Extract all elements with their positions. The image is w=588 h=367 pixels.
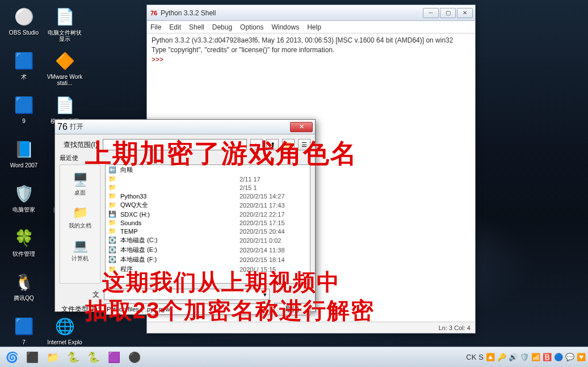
menu-item[interactable]: Windows <box>271 23 299 31</box>
desktop-icon[interactable]: 🟦术 <box>5 49 43 92</box>
icon-label: 电脑文件树状显示 <box>47 29 83 42</box>
dialog-titlebar[interactable]: 76 打开 ✕ <box>55 120 315 134</box>
tray-icon[interactable]: 🔊 <box>509 353 518 361</box>
file-icon: 💽 <box>108 256 117 263</box>
file-list[interactable]: ⬅️向顺📁2/11 17📁2/15 1📁Python332020/2/15 14… <box>105 164 310 284</box>
taskbar-app[interactable]: 📁 <box>43 349 62 365</box>
file-icon: 📁 <box>108 175 117 183</box>
place-item[interactable]: 📁我的文档 <box>60 200 100 233</box>
shell-prompt: >>> <box>152 56 165 64</box>
app-icon: 🍀 <box>12 226 36 250</box>
tray-icon[interactable]: CK <box>466 353 476 361</box>
file-date: 2020/2/15 14:27 <box>240 193 308 200</box>
file-date: 2020/2/15 17:15 <box>240 220 308 226</box>
tray-icon[interactable]: 🛡️ <box>520 353 529 361</box>
taskbar-app[interactable]: 🐍 <box>84 349 103 365</box>
tray-icon[interactable]: 💬 <box>565 353 574 361</box>
file-name: SDXC (H:) <box>120 211 236 218</box>
file-icon: 💽 <box>108 246 117 254</box>
tray-icon[interactable]: S <box>478 353 484 361</box>
file-icon: 💽 <box>108 237 117 244</box>
menu-item[interactable]: Edit <box>169 23 181 31</box>
desktop-icon[interactable]: 📘Word 2007 <box>5 137 43 180</box>
app-icon: 🐧 <box>12 270 36 294</box>
menu-item[interactable]: Shell <box>189 23 204 31</box>
file-date: 2020/2/11 0:02 <box>240 237 308 244</box>
file-date: 2020/2/15 18:14 <box>240 256 308 263</box>
taskbar-app[interactable]: ⬛ <box>23 349 42 365</box>
file-row[interactable]: 📁Python332020/2/15 14:27 <box>106 192 310 200</box>
tray-icon[interactable]: 📶 <box>531 353 540 361</box>
file-icon: 📁 <box>108 201 117 209</box>
file-date: 2020/2/14 11:38 <box>240 247 308 254</box>
file-row[interactable]: 💽本地磁盘 (F:)2020/2/15 18:14 <box>106 255 310 264</box>
shell-line-1: Python 3.3.2 (v3.3.2:d047928ae3f6, May 1… <box>152 36 453 44</box>
file-name: QWQ大全 <box>120 201 236 209</box>
app-icon: 📄 <box>53 5 77 28</box>
place-item[interactable]: 💻计算机 <box>60 233 100 266</box>
place-label: 计算机 <box>72 255 89 263</box>
file-date: 2020/2/15 20:44 <box>240 228 308 235</box>
desktop-icon[interactable]: 📄电脑文件树状显示 <box>45 5 84 48</box>
menu-item[interactable]: Debug <box>212 23 232 31</box>
place-icon: 📁 <box>71 204 89 222</box>
file-name: TEMP <box>120 228 236 235</box>
file-name: Sounds <box>120 220 236 226</box>
python-titlebar[interactable]: 76 Python 3.3.2 Shell ─ ▢ ✕ <box>147 5 475 21</box>
minimize-button[interactable]: ─ <box>423 8 439 18</box>
file-name: 本地磁盘 (E:) <box>120 246 236 254</box>
app-icon: 🔶 <box>53 49 77 73</box>
desktop-icon[interactable]: 🟦9 <box>5 93 43 136</box>
maximize-button[interactable]: ▢ <box>440 8 456 18</box>
app-icon: 🟦 <box>12 49 36 73</box>
dialog-icon: 76 <box>57 122 68 132</box>
desktop-icon[interactable]: 🐧腾讯QQ <box>5 270 43 313</box>
file-row[interactable]: 💽本地磁盘 (C:)2020/2/11 0:02 <box>106 235 310 245</box>
menu-item[interactable]: Help <box>307 23 321 31</box>
taskbar-app[interactable]: ⚫ <box>125 349 144 365</box>
file-name: Python33 <box>120 193 236 200</box>
desktop-icon[interactable]: 🍀软件管理 <box>5 226 43 269</box>
app-icon: 📘 <box>12 137 36 161</box>
file-date: 2020/2/11 17:43 <box>240 202 308 209</box>
taskbar-app[interactable]: 🟪 <box>104 349 124 365</box>
taskbar-app[interactable]: 🐍 <box>64 349 83 365</box>
tray-icon[interactable]: 🔵 <box>554 353 563 361</box>
file-row[interactable]: 💽本地磁盘 (E:)2020/2/14 11:38 <box>106 245 310 255</box>
dialog-close-button[interactable]: ✕ <box>290 122 313 132</box>
menu-item[interactable]: Options <box>240 23 263 31</box>
taskbar-app[interactable]: 🌀 <box>2 349 22 365</box>
file-row[interactable]: 💾SDXC (H:)2020/2/12 22:17 <box>106 210 310 218</box>
file-row[interactable]: 📁TEMP2020/2/15 20:44 <box>106 227 310 235</box>
file-row[interactable]: 📁Sounds2020/2/15 17:15 <box>106 218 310 227</box>
file-row[interactable]: 📁2/11 17 <box>106 175 310 183</box>
icon-label: 9 <box>22 118 26 124</box>
place-icon: 💻 <box>71 237 89 255</box>
python-menubar[interactable]: FileEditShellDebugOptionsWindowsHelp <box>147 21 475 33</box>
python-title: Python 3.3.2 Shell <box>161 9 423 17</box>
taskbar[interactable]: 🌀⬛📁🐍🐍🟪⚫ CKS🔼🔑🔊🛡️📶🅱️🔵💬🔽 <box>0 347 588 367</box>
icon-label: VMware Workstati... <box>47 74 83 86</box>
place-label: 桌面 <box>74 189 86 197</box>
icon-label: 电脑管家 <box>12 206 35 213</box>
place-item[interactable]: 🖥️桌面 <box>60 167 100 200</box>
menu-item[interactable]: File <box>150 23 161 31</box>
file-row[interactable]: 📁2/15 1 <box>106 183 310 192</box>
tray-icon[interactable]: 🅱️ <box>543 353 552 361</box>
tray-icon[interactable]: 🔽 <box>577 353 586 361</box>
tray-icon[interactable]: 🔑 <box>497 353 506 361</box>
place-label: 我的文档 <box>69 222 91 230</box>
icon-label: 软件管理 <box>12 251 35 257</box>
close-button[interactable]: ✕ <box>457 8 473 18</box>
file-row[interactable]: 📁QWQ大全2020/2/11 17:43 <box>106 200 310 210</box>
tray-icon[interactable]: 🔼 <box>486 353 495 361</box>
icon-label: 术 <box>21 74 27 80</box>
file-name: 本地磁盘 (C:) <box>120 236 236 244</box>
desktop-icon[interactable]: 🛡️电脑管家 <box>5 182 43 225</box>
desktop-icon[interactable]: 🔶VMware Workstati... <box>45 49 84 92</box>
icon-label: 腾讯QQ <box>14 295 34 301</box>
places-bar: 🖥️桌面📁我的文档💻计算机 <box>60 164 100 284</box>
file-icon: 📁 <box>108 184 117 191</box>
file-name: 本地磁盘 (F:) <box>120 255 236 264</box>
desktop-icon[interactable]: ⚪OBS Studio <box>5 5 43 48</box>
